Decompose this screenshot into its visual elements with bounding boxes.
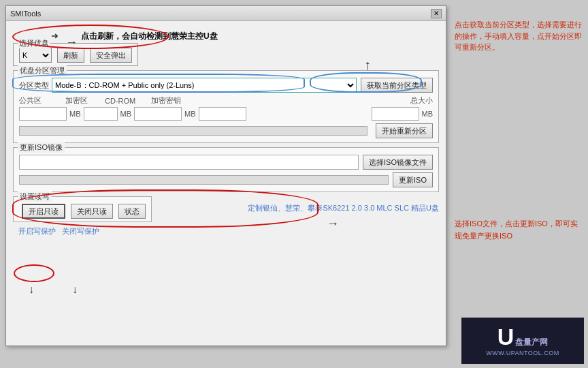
close-write-protect-label: 关闭写保护 [62, 226, 99, 236]
window-body: 点击刷新，会自动检测到慧荣主控U盘 选择优盘 K 刷新 安全弹出 ➜ 优盘分区管… [6, 21, 446, 346]
refresh-button[interactable]: 刷新 [57, 48, 84, 63]
readonly-arrow-down: ↓ [29, 283, 34, 296]
total-field[interactable]: 30720.00 [372, 107, 419, 121]
top-annotation: 点击刷新，会自动检测到慧荣主控U盘 [81, 31, 218, 42]
refresh-arrow-overlay: → [65, 35, 78, 50]
bottom-annotations-area: 开启写保护 关闭写保护 [13, 224, 439, 243]
readwrite-group-title: 设置读写 [18, 191, 52, 202]
cdrom-label: CD-ROM [105, 97, 146, 105]
write-protect-label: 开启写保护 [18, 226, 56, 236]
start-partition-button[interactable]: 开始重新分区 [376, 123, 433, 138]
status-button[interactable]: 状态 [118, 204, 146, 219]
iso-path-input[interactable] [19, 155, 359, 170]
right-annotation-bottom: 选择ISO文件，点击更新ISO，即可实现免量产更换ISO [455, 218, 584, 242]
enable-readonly-button[interactable]: 开启只读 [22, 204, 65, 219]
iso-progress-bar [19, 175, 389, 185]
total-unit: MB [422, 110, 434, 118]
iso-group: 更新ISO镜像 选择ISO镜像文件 更新ISO [13, 147, 439, 192]
encrypt-unit: MB [120, 110, 132, 118]
right-annotation-top: 点击获取当前分区类型，选择需要进行的操作，手动填入容量，点开始分区即可重新分区。 [455, 19, 583, 53]
cdrom-unit: MB [184, 110, 196, 118]
refresh-arrow: ➜ [51, 31, 59, 41]
partition-type-select[interactable]: Mode-B：CD-ROM + Public only (2-Luns) [52, 78, 357, 93]
cdrom-field[interactable]: 780.00 [134, 107, 182, 121]
partition-mgmt-title: 优盘分区管理 [18, 65, 67, 76]
total-label: 总大小 [392, 95, 433, 106]
encrypt-density-label: 加密密钥 [151, 95, 192, 106]
footer-text-container: 定制银仙、慧荣、攀泰SK6221 2.0 3.0 MLC SLC 精品U盘 [248, 196, 439, 213]
titlebar: SMITools ✕ [6, 6, 446, 21]
window-title: SMITools [10, 10, 41, 18]
partition-type-label: 分区类型 [19, 80, 49, 91]
logo-area: U 盘量产网 WWW.UPANTOOL.COM [461, 318, 584, 364]
update-iso-button[interactable]: 更新ISO [393, 172, 433, 187]
logo-u: U [497, 325, 514, 348]
select-iso-button[interactable]: 选择ISO镜像文件 [363, 155, 433, 170]
close-readonly-arrow-down: ↓ [72, 283, 78, 296]
public-unit: MB [69, 110, 81, 118]
iso-arrow: → [327, 217, 339, 231]
footer-text: 定制银仙、慧荣、攀泰SK6221 2.0 3.0 MLC SLC 精品U盘 [248, 204, 439, 212]
logo-sub: 盘量产网 [515, 337, 548, 348]
encrypt-density-field[interactable] [199, 107, 246, 121]
eject-button[interactable]: 安全弹出 [90, 48, 132, 63]
get-type-arrow-up: ↑ [364, 57, 371, 73]
iso-group-title: 更新ISO镜像 [18, 142, 65, 153]
readwrite-group: 设置读写 开启只读 关闭只读 状态 [13, 196, 152, 222]
encrypt-label: 加密区 [65, 95, 99, 106]
public-label: 公共区 [19, 95, 60, 106]
partition-progress-bar [19, 126, 368, 136]
drive-dropdown[interactable]: K [19, 48, 52, 63]
logo-url: WWW.UPANTOOL.COM [486, 350, 559, 356]
close-button[interactable]: ✕ [431, 9, 442, 18]
drive-select-group-label: 选择优盘 [18, 38, 50, 48]
partition-mgmt-group: 优盘分区管理 分区类型 Mode-B：CD-ROM + Public only … [13, 70, 439, 143]
get-partition-type-button[interactable]: 获取当前分区类型 [361, 78, 433, 93]
close-readonly-button[interactable]: 关闭只读 [71, 204, 113, 219]
encrypt-field[interactable]: 0 [84, 107, 118, 121]
public-field[interactable]: 29940.00 [19, 107, 67, 121]
